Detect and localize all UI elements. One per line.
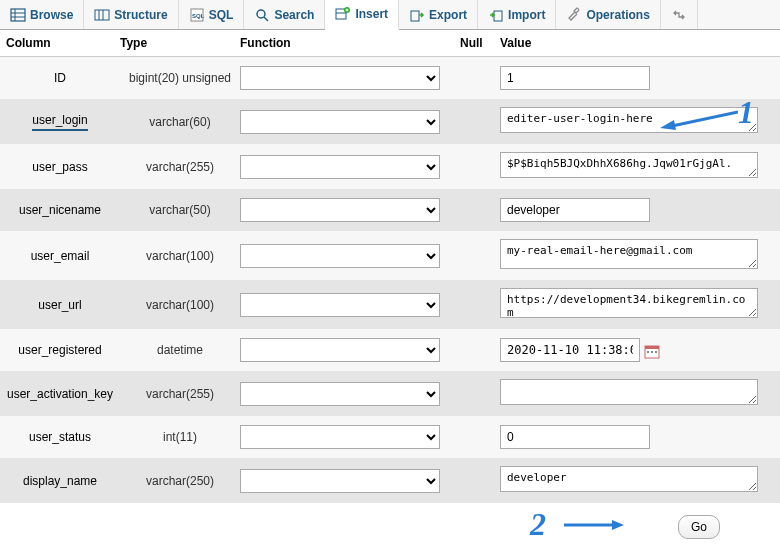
value-textarea[interactable]	[500, 466, 758, 492]
column-name: user_status	[0, 430, 120, 444]
tab-import-label: Import	[508, 8, 545, 22]
tab-insert-label: Insert	[355, 7, 388, 21]
annotation-two: 2	[530, 506, 546, 543]
column-type: varchar(250)	[120, 474, 240, 488]
table-row: user_registereddatetime	[0, 329, 780, 371]
tab-insert[interactable]: Insert	[325, 0, 399, 30]
tab-structure-label: Structure	[114, 8, 167, 22]
value-textarea[interactable]	[500, 152, 758, 178]
svg-rect-16	[411, 11, 419, 21]
column-headers: Column Type Function Null Value	[0, 30, 780, 57]
header-type: Type	[120, 36, 240, 50]
tab-more[interactable]	[661, 0, 698, 29]
function-select[interactable]	[240, 110, 440, 134]
function-select[interactable]	[240, 244, 440, 268]
column-type: varchar(50)	[120, 203, 240, 217]
svg-rect-0	[11, 9, 25, 21]
operations-icon	[566, 7, 582, 23]
column-type: varchar(255)	[120, 387, 240, 401]
value-textarea[interactable]	[500, 239, 758, 269]
column-type: varchar(100)	[120, 249, 240, 263]
function-cell	[240, 244, 460, 268]
value-cell	[500, 198, 780, 222]
svg-point-9	[257, 10, 265, 18]
value-cell	[500, 425, 780, 449]
tab-operations-label: Operations	[586, 8, 649, 22]
function-select[interactable]	[240, 469, 440, 493]
svg-line-10	[264, 17, 268, 21]
column-type: bigint(20) unsigned	[120, 71, 240, 85]
go-button[interactable]: Go	[678, 515, 720, 539]
function-cell	[240, 382, 460, 406]
value-cell	[500, 379, 780, 408]
tab-sql[interactable]: SQLSQL	[179, 0, 245, 29]
column-name: user_nicename	[0, 203, 120, 217]
tab-import[interactable]: Import	[478, 0, 556, 29]
svg-marker-24	[612, 520, 624, 530]
column-name: user_registered	[0, 343, 120, 357]
column-name: ID	[0, 71, 120, 85]
value-input[interactable]	[500, 425, 650, 449]
function-cell	[240, 338, 460, 362]
column-name: user_pass	[0, 160, 120, 174]
function-select[interactable]	[240, 198, 440, 222]
table-row: user_emailvarchar(100)	[0, 231, 780, 280]
function-select[interactable]	[240, 66, 440, 90]
sql-icon: SQL	[189, 7, 205, 23]
tab-export-label: Export	[429, 8, 467, 22]
column-type: int(11)	[120, 430, 240, 444]
tab-export[interactable]: Export	[399, 0, 478, 29]
tab-operations[interactable]: Operations	[556, 0, 660, 29]
function-select[interactable]	[240, 155, 440, 179]
value-cell	[500, 338, 780, 362]
table-row: user_loginvarchar(60)	[0, 99, 780, 144]
header-function: Function	[240, 36, 460, 50]
value-cell	[500, 152, 780, 181]
annotation-two-wrap: 2	[530, 506, 624, 543]
column-name: user_activation_key	[0, 387, 120, 401]
import-icon	[488, 7, 504, 23]
header-column: Column	[0, 36, 120, 50]
table-row: user_statusint(11)	[0, 416, 780, 458]
svg-rect-22	[655, 351, 657, 353]
function-cell	[240, 66, 460, 90]
function-select[interactable]	[240, 425, 440, 449]
tab-structure[interactable]: Structure	[84, 0, 178, 29]
value-input[interactable]	[500, 338, 640, 362]
header-value: Value	[500, 36, 780, 50]
value-input[interactable]	[500, 66, 650, 90]
column-name: user_url	[0, 298, 120, 312]
column-name: user_login	[0, 113, 120, 131]
footer: 2 Go	[0, 503, 780, 551]
tab-browse[interactable]: Browse	[0, 0, 84, 29]
tab-bar: Browse Structure SQLSQL Search Insert Ex…	[0, 0, 780, 30]
tab-search[interactable]: Search	[244, 0, 325, 29]
svg-rect-19	[645, 346, 659, 349]
value-textarea[interactable]	[500, 379, 758, 405]
column-type: varchar(60)	[120, 115, 240, 129]
header-null: Null	[460, 36, 500, 50]
table-row: user_nicenamevarchar(50)	[0, 189, 780, 231]
function-select[interactable]	[240, 382, 440, 406]
value-cell	[500, 66, 780, 90]
table-row: user_passvarchar(255)	[0, 144, 780, 189]
value-cell	[500, 239, 780, 272]
column-type: datetime	[120, 343, 240, 357]
function-select[interactable]	[240, 293, 440, 317]
tab-browse-label: Browse	[30, 8, 73, 22]
value-textarea[interactable]	[500, 107, 758, 133]
data-rows: IDbigint(20) unsigneduser_loginvarchar(6…	[0, 57, 780, 503]
value-textarea[interactable]	[500, 288, 758, 318]
value-input[interactable]	[500, 198, 650, 222]
function-cell	[240, 293, 460, 317]
function-select[interactable]	[240, 338, 440, 362]
svg-rect-20	[647, 351, 649, 353]
svg-rect-21	[651, 351, 653, 353]
calendar-icon[interactable]	[644, 343, 660, 359]
search-icon	[254, 7, 270, 23]
value-cell	[500, 107, 780, 136]
function-cell	[240, 110, 460, 134]
more-icon	[671, 7, 687, 23]
column-type: varchar(100)	[120, 298, 240, 312]
tab-search-label: Search	[274, 8, 314, 22]
